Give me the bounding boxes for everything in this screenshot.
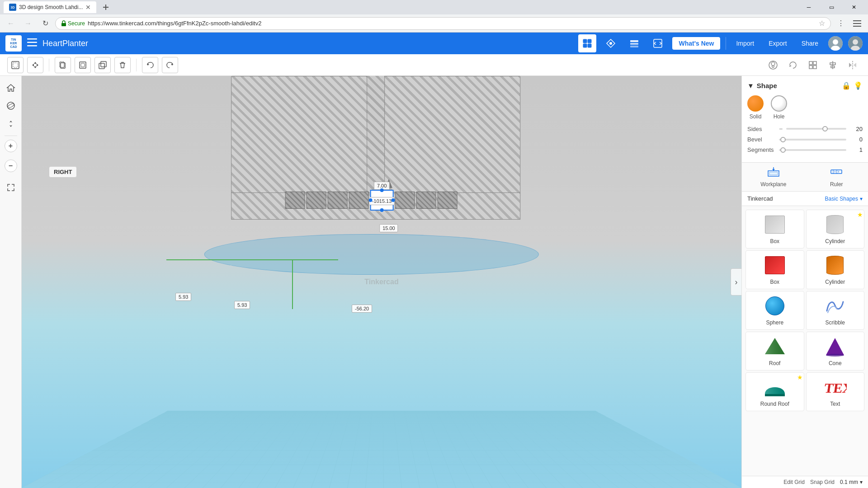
grid-view-button[interactable]: [578, 34, 596, 52]
snap-grid-value-container[interactable]: 0.1 mm ▾: [840, 479, 863, 485]
ruler-button[interactable]: Ruler: [805, 163, 868, 191]
browser-titlebar: 3D 3D design Smooth Lahdi... ✕ ─ ▭ ✕: [0, 0, 868, 14]
zoom-fit-button[interactable]: [805, 57, 821, 73]
mirror-button[interactable]: [844, 57, 861, 73]
library-title: Tinkercad: [747, 195, 821, 202]
refresh-button[interactable]: ↻: [38, 16, 52, 31]
export-button[interactable]: Export: [764, 37, 791, 50]
bevel-row: Bevel 0: [747, 136, 863, 143]
snap-dropdown-icon: ▾: [860, 479, 863, 485]
menu-button[interactable]: [850, 16, 864, 31]
solid-label: Solid: [750, 113, 762, 120]
duplicate-button[interactable]: [94, 57, 111, 73]
delete-button[interactable]: [114, 57, 131, 73]
copy-button[interactable]: [55, 57, 71, 73]
segments-slider-thumb[interactable]: [780, 147, 786, 153]
shape-item-sphere-blue[interactable]: Sphere: [745, 291, 804, 330]
shape-item-cylinder-gray[interactable]: ★ Cylinder: [806, 210, 865, 249]
hole-type-button[interactable]: Hole: [771, 95, 787, 120]
snap-grid-label: Snap Grid: [810, 479, 835, 485]
orbit-button[interactable]: [3, 98, 19, 114]
shape-item-scribble[interactable]: Scribble: [806, 291, 865, 330]
segments-slider[interactable]: [779, 149, 846, 151]
transform-button[interactable]: [602, 34, 620, 52]
zoom-out-button[interactable]: −: [5, 160, 17, 172]
user-avatar[interactable]: [828, 36, 843, 51]
shape-item-box-red[interactable]: Box: [745, 250, 804, 289]
select-tool-button[interactable]: [7, 57, 24, 73]
tab-title: 3D design Smooth Lahdi...: [19, 4, 83, 10]
address-bar[interactable]: Secure https://www.tinkercad.com/things/…: [55, 17, 831, 30]
minimize-button[interactable]: ─: [798, 1, 819, 13]
workplane-button[interactable]: Workplane: [742, 163, 805, 191]
svg-rect-28: [80, 62, 86, 68]
shape-label-cone-purple: Cone: [829, 360, 842, 366]
pan-button[interactable]: [3, 116, 19, 132]
solid-icon: [747, 95, 764, 112]
layers-button[interactable]: [625, 34, 643, 52]
svg-rect-14: [630, 40, 638, 42]
shape-label-roof-green: Roof: [769, 360, 780, 366]
forward-button[interactable]: →: [21, 16, 35, 31]
move-tool-button[interactable]: [27, 57, 43, 73]
align-button[interactable]: [825, 57, 841, 73]
wp-ruler-bar: Workplane Ruler: [742, 163, 868, 192]
shape-item-cylinder-orange[interactable]: Cylinder: [806, 250, 865, 289]
dropdown-chevron-icon: ▾: [860, 196, 863, 202]
sides-slider-thumb[interactable]: [822, 126, 828, 131]
category-dropdown[interactable]: Basic Shapes ▾: [825, 196, 863, 202]
share-button[interactable]: Share: [797, 37, 823, 50]
shape-item-box-gray[interactable]: Box: [745, 210, 804, 249]
maximize-button[interactable]: ▭: [821, 1, 842, 13]
tinkercad-logo[interactable]: TINKERCAD: [5, 35, 22, 52]
paste-button[interactable]: [75, 57, 91, 73]
svg-rect-11: [583, 44, 587, 47]
redo-button[interactable]: [162, 57, 178, 73]
solid-type-button[interactable]: Solid: [747, 95, 764, 120]
svg-rect-10: [588, 39, 591, 43]
lock-icon[interactable]: 🔒: [842, 81, 851, 90]
sides-slider[interactable]: [786, 128, 846, 130]
main-layout: + − Tinkercad: [0, 76, 868, 488]
viewport[interactable]: Tinkercad 7.00 -1015.13: [22, 76, 741, 488]
user-avatar-2[interactable]: [848, 36, 863, 51]
help-button[interactable]: [765, 57, 781, 73]
home-view-button[interactable]: [3, 80, 19, 96]
tool-bar: [0, 54, 868, 76]
box-gray-thumb: [762, 214, 788, 235]
tab-close-button[interactable]: ✕: [85, 4, 91, 11]
secure-badge: Secure: [61, 20, 85, 27]
visibility-icon[interactable]: 💡: [854, 81, 863, 90]
rotate-view-button[interactable]: [785, 57, 801, 73]
extensions-button[interactable]: ⋮: [834, 16, 848, 31]
svg-rect-25: [13, 63, 18, 67]
hole-label: Hole: [774, 113, 785, 120]
svg-rect-1: [103, 7, 108, 8]
bookmark-button[interactable]: ☆: [819, 19, 825, 28]
hamburger-menu-icon[interactable]: [27, 38, 37, 49]
segments-value: 1: [850, 146, 863, 153]
edit-grid-label[interactable]: Edit Grid: [783, 479, 805, 485]
shape-item-cone-purple[interactable]: Cone: [806, 332, 865, 371]
back-button[interactable]: ←: [4, 16, 18, 31]
import-button[interactable]: Import: [731, 37, 759, 50]
shape-item-round-roof[interactable]: ★ Round Roof: [745, 372, 804, 411]
svg-rect-40: [813, 66, 816, 69]
shape-item-text[interactable]: TEXT TEXT Text: [806, 372, 865, 411]
dim-label-3: 15.00: [379, 224, 398, 232]
close-button[interactable]: ✕: [844, 1, 864, 13]
shape-item-roof-green[interactable]: Roof: [745, 332, 804, 371]
code-button[interactable]: [649, 34, 667, 52]
bevel-slider-thumb[interactable]: [780, 137, 786, 142]
text-shape-thumb: TEXT TEXT: [822, 376, 848, 398]
svg-rect-12: [588, 44, 591, 47]
bevel-slider[interactable]: [779, 139, 846, 141]
shapes-grid: Box ★ Cylinder Box: [742, 206, 868, 415]
zoom-in-button[interactable]: +: [5, 140, 17, 152]
browser-tab[interactable]: 3D 3D design Smooth Lahdi... ✕: [4, 1, 96, 13]
whats-new-button[interactable]: What's New: [672, 37, 720, 50]
undo-button[interactable]: [142, 57, 158, 73]
fit-view-button[interactable]: [3, 179, 19, 196]
panel-expand-chevron[interactable]: ›: [731, 268, 741, 296]
new-tab-button[interactable]: [100, 1, 112, 13]
